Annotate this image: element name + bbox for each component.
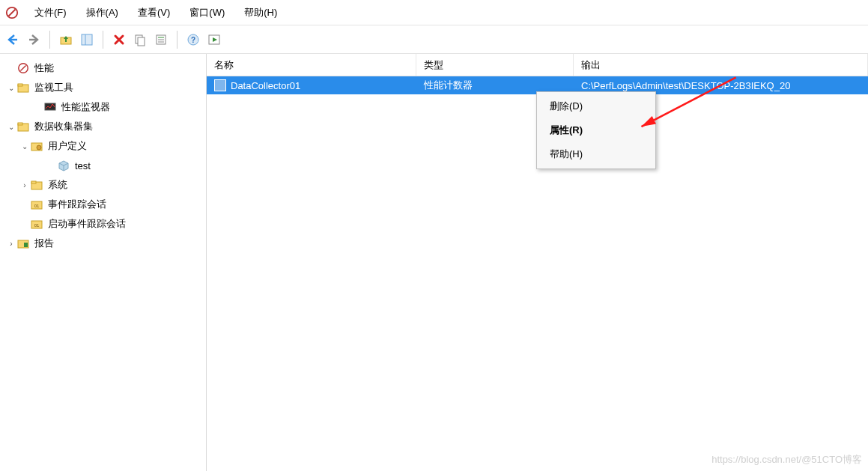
- menu-action[interactable]: 操作(A): [82, 3, 123, 22]
- watermark: https://blog.csdn.net/@51CTO博客: [711, 453, 862, 467]
- svg-rect-5: [82, 34, 92, 45]
- tree-user-defined[interactable]: ⌄ 用户定义: [0, 136, 206, 156]
- svg-line-1: [9, 9, 16, 16]
- tree-label: 事件跟踪会话: [46, 197, 108, 212]
- ctx-properties[interactable]: 属性(R): [539, 118, 653, 142]
- back-button[interactable]: [3, 30, 22, 49]
- show-hide-tree-button[interactable]: [77, 30, 97, 49]
- menu-view[interactable]: 查看(V): [133, 3, 174, 22]
- menu-bar: 文件(F) 操作(A) 查看(V) 窗口(W) 帮助(H): [0, 0, 868, 25]
- help-button[interactable]: ?: [183, 30, 203, 49]
- svg-rect-19: [18, 84, 22, 86]
- box-icon: [57, 159, 70, 172]
- tree-label: 报告: [33, 236, 55, 251]
- et-icon: 01: [30, 198, 43, 211]
- report-folder-icon: [16, 237, 30, 250]
- svg-point-24: [37, 145, 41, 150]
- tree-perf-monitor[interactable]: · 性能监视器: [0, 97, 206, 117]
- forward-button[interactable]: [24, 30, 43, 49]
- twisty-collapsed-icon[interactable]: ›: [19, 181, 30, 189]
- tree-label: 系统: [46, 177, 69, 192]
- toolbar-separator: [177, 31, 177, 49]
- context-menu: 删除(D) 属性(R) 帮助(H): [536, 91, 656, 169]
- tree-label: 数据收集器集: [33, 119, 94, 134]
- tree-label: 性能: [33, 61, 55, 76]
- perf-icon: [16, 61, 30, 75]
- svg-rect-32: [24, 243, 28, 247]
- cell-name: DataCollector01: [231, 80, 300, 91]
- tree-startup-et-sessions[interactable]: · 01 启动事件跟踪会话: [0, 214, 206, 234]
- tree-system[interactable]: › 系统: [0, 175, 206, 195]
- tree-label: 启动事件跟踪会话: [46, 216, 127, 231]
- tree-label: test: [73, 159, 92, 172]
- cell-output: C:\PerfLogs\Admin\test\DESKTOP-2B3IEKQ_2…: [574, 80, 868, 91]
- svg-text:?: ?: [191, 36, 195, 44]
- twisty-expanded-icon[interactable]: ⌄: [6, 84, 16, 92]
- tree-event-trace-sessions[interactable]: · 01 事件跟踪会话: [0, 195, 206, 214]
- tree-root-performance[interactable]: ▾ 性能: [0, 58, 206, 78]
- nav-tree[interactable]: ▾ 性能 ⌄ 监视工具 · 性能监视器 ⌄ 数据收集器集 ⌄ 用户定义: [0, 54, 207, 471]
- svg-text:01: 01: [34, 204, 40, 208]
- twisty-expanded-icon[interactable]: ⌄: [19, 142, 30, 151]
- svg-rect-8: [138, 37, 145, 46]
- up-folder-button[interactable]: [56, 30, 76, 49]
- folder-icon: [16, 81, 30, 94]
- properties-button[interactable]: [151, 30, 171, 49]
- folder-icon: [30, 178, 43, 192]
- ctx-help[interactable]: 帮助(H): [539, 142, 653, 166]
- list-view: 名称 类型 输出 DataCollector01 性能计数器 C:\PerfLo…: [207, 54, 868, 471]
- folder-icon: [16, 120, 30, 133]
- column-type[interactable]: 类型: [416, 54, 574, 76]
- monitor-icon: [43, 100, 57, 114]
- run-button[interactable]: [204, 30, 224, 49]
- app-icon: [4, 5, 19, 20]
- column-name[interactable]: 名称: [207, 54, 416, 76]
- toolbar-separator: [103, 31, 103, 49]
- twisty-expanded-icon[interactable]: ⌄: [6, 123, 16, 131]
- tree-test-item[interactable]: · test: [0, 156, 206, 175]
- tree-label: 监视工具: [33, 80, 75, 95]
- twisty-collapsed-icon[interactable]: ›: [6, 240, 16, 248]
- cell-type: 性能计数器: [416, 79, 574, 92]
- menu-help[interactable]: 帮助(H): [240, 3, 282, 22]
- tree-label: 性能监视器: [60, 100, 112, 115]
- tree-monitor-tools[interactable]: ⌄ 监视工具: [0, 78, 206, 97]
- ctx-delete[interactable]: 删除(D): [539, 94, 653, 118]
- delete-button[interactable]: [109, 30, 129, 49]
- toolbar-separator: [49, 31, 50, 49]
- column-output[interactable]: 输出: [574, 54, 868, 76]
- tree-reports[interactable]: › 报告: [0, 234, 206, 253]
- svg-rect-22: [18, 123, 22, 125]
- user-folder-icon: [30, 139, 43, 153]
- tree-collector-sets[interactable]: ⌄ 数据收集器集: [0, 117, 206, 136]
- menu-file[interactable]: 文件(F): [30, 3, 71, 22]
- svg-rect-26: [31, 181, 36, 183]
- list-header: 名称 类型 输出: [207, 54, 868, 76]
- tree-label: 用户定义: [46, 139, 88, 154]
- main-area: ▾ 性能 ⌄ 监视工具 · 性能监视器 ⌄ 数据收集器集 ⌄ 用户定义: [0, 54, 868, 471]
- menu-window[interactable]: 窗口(W): [185, 3, 229, 22]
- toolbar: ?: [0, 25, 868, 54]
- svg-text:01: 01: [34, 223, 40, 228]
- et-icon: 01: [30, 217, 43, 231]
- svg-line-17: [20, 65, 25, 70]
- collector-icon: [214, 79, 226, 91]
- svg-rect-20: [45, 103, 55, 110]
- copy-button[interactable]: [130, 30, 150, 49]
